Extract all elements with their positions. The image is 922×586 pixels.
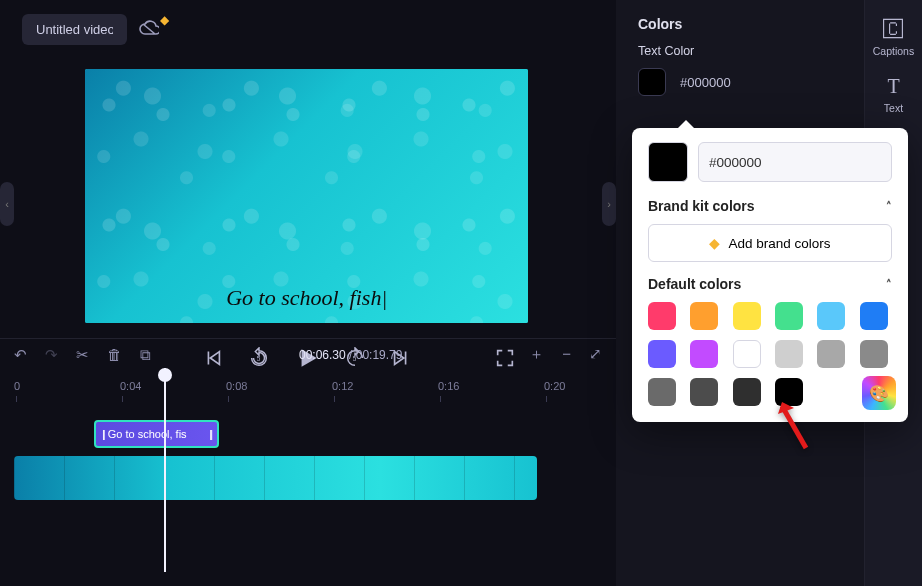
color-swatch[interactable] bbox=[775, 340, 803, 368]
panel-heading: Colors bbox=[638, 16, 900, 32]
playhead[interactable] bbox=[164, 368, 166, 572]
add-track-icon[interactable]: ＋ bbox=[529, 345, 544, 364]
project-title-input[interactable] bbox=[22, 14, 127, 45]
left-edge-handle[interactable]: ‹ bbox=[0, 182, 14, 226]
ruler-tick: 0 bbox=[14, 380, 20, 392]
default-colors-section-header[interactable]: Default colors ˄ bbox=[648, 276, 892, 292]
caption-clip[interactable]: || Go to school, fis || bbox=[94, 420, 219, 448]
timeline-time-display: 00:06.30 / 00:19.79 bbox=[299, 348, 402, 362]
diamond-icon: ◆ bbox=[709, 235, 720, 251]
diamond-icon: ◆ bbox=[160, 13, 169, 27]
text-color-swatch[interactable] bbox=[638, 68, 666, 96]
split-icon[interactable]: ✂ bbox=[76, 346, 89, 364]
color-swatch[interactable] bbox=[733, 378, 761, 406]
video-clip[interactable] bbox=[14, 456, 537, 500]
palette-icon: 🎨 bbox=[869, 384, 889, 403]
color-swatch[interactable] bbox=[817, 302, 845, 330]
add-brand-colors-button[interactable]: ◆ Add brand colors bbox=[648, 224, 892, 262]
undo-icon[interactable]: ↶ bbox=[14, 346, 27, 364]
text-icon: T bbox=[887, 75, 899, 98]
default-section-label: Default colors bbox=[648, 276, 741, 292]
add-brand-label: Add brand colors bbox=[728, 236, 830, 251]
annotation-arrow bbox=[776, 400, 816, 454]
video-preview[interactable]: Go to school, fish bbox=[85, 69, 528, 323]
rail-text-label: Text bbox=[884, 102, 903, 114]
picker-current-swatch[interactable] bbox=[648, 142, 688, 182]
zoom-out-icon[interactable]: − bbox=[562, 345, 571, 364]
total-time: 00:19.79 bbox=[356, 348, 403, 362]
chevron-up-icon: ˄ bbox=[886, 278, 892, 291]
text-color-hex: #000000 bbox=[680, 75, 731, 90]
caption-clip-label: Go to school, fis bbox=[108, 428, 187, 440]
timeline-ruler[interactable]: 0 0:04 0:08 0:12 0:16 0:20 bbox=[14, 380, 602, 402]
color-swatch[interactable] bbox=[690, 378, 718, 406]
captions-icon: 🄲 bbox=[883, 18, 903, 41]
color-swatch[interactable] bbox=[733, 302, 761, 330]
chevron-up-icon: ˄ bbox=[886, 200, 892, 213]
fit-timeline-icon[interactable]: ⤢ bbox=[589, 345, 602, 364]
duplicate-icon[interactable]: ⧉ bbox=[140, 346, 151, 364]
current-time: 00:06.30 bbox=[299, 348, 346, 362]
rail-captions-label: Captions bbox=[873, 45, 914, 57]
rail-text[interactable]: T Text bbox=[884, 75, 903, 114]
ruler-tick: 0:12 bbox=[332, 380, 353, 392]
color-picker-popover: Brand kit colors ˄ ◆ Add brand colors De… bbox=[632, 128, 908, 422]
color-swatch[interactable] bbox=[648, 378, 676, 406]
color-swatch[interactable] bbox=[817, 340, 845, 368]
cloud-sync-icon: ◆ bbox=[139, 20, 159, 40]
custom-color-button[interactable]: 🎨 bbox=[862, 376, 896, 410]
picker-hex-input[interactable] bbox=[698, 142, 892, 182]
redo-icon[interactable]: ↷ bbox=[45, 346, 58, 364]
color-swatch[interactable] bbox=[648, 302, 676, 330]
ruler-tick: 0:20 bbox=[544, 380, 565, 392]
clip-grip-right-icon[interactable]: || bbox=[209, 428, 211, 440]
color-swatch[interactable] bbox=[690, 340, 718, 368]
color-swatch[interactable] bbox=[775, 302, 803, 330]
brand-colors-section-header[interactable]: Brand kit colors ˄ bbox=[648, 198, 892, 214]
color-swatch[interactable] bbox=[733, 340, 761, 368]
clip-grip-left-icon[interactable]: || bbox=[102, 428, 104, 440]
rail-captions[interactable]: 🄲 Captions bbox=[873, 18, 914, 57]
color-swatch[interactable] bbox=[690, 302, 718, 330]
timeline-toolbar: ↶ ↷ ✂ 🗑 ⧉ 00:06.30 / 00:19.79 ＋ − ⤢ bbox=[0, 338, 616, 370]
ruler-tick: 0:04 bbox=[120, 380, 141, 392]
brand-section-label: Brand kit colors bbox=[648, 198, 755, 214]
text-color-label: Text Color bbox=[638, 44, 900, 58]
color-swatch[interactable] bbox=[860, 302, 888, 330]
delete-icon[interactable]: 🗑 bbox=[107, 346, 122, 363]
text-color-row[interactable]: #000000 bbox=[638, 68, 900, 96]
default-swatch-grid bbox=[648, 302, 892, 406]
ruler-tick: 0:16 bbox=[438, 380, 459, 392]
ruler-tick: 0:08 bbox=[226, 380, 247, 392]
color-swatch[interactable] bbox=[648, 340, 676, 368]
color-swatch[interactable] bbox=[860, 340, 888, 368]
right-edge-handle[interactable]: › bbox=[602, 182, 616, 226]
caption-overlay-text[interactable]: Go to school, fish bbox=[226, 285, 387, 311]
